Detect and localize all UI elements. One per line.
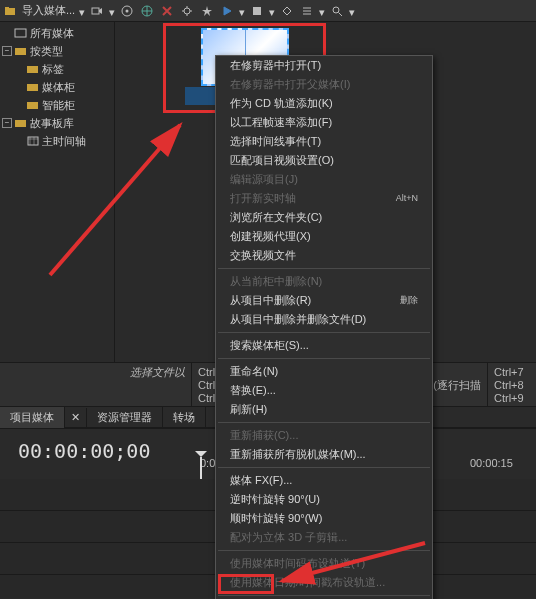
ctx-remove-from-bin: 从当前柜中删除(N) xyxy=(216,272,432,291)
selection-hint: 选择文件以 xyxy=(0,363,192,406)
ctx-media-fx[interactable]: 媒体 FX(F)... xyxy=(216,471,432,490)
svg-rect-14 xyxy=(15,120,26,127)
ctx-open-new-timeline: 打开新实时轴Alt+N xyxy=(216,189,432,208)
shortcut-text: Ctrl+8 xyxy=(494,379,530,392)
stop-icon[interactable] xyxy=(249,3,265,19)
svg-point-8 xyxy=(333,7,339,13)
svg-rect-15 xyxy=(28,137,38,145)
tree-label: 按类型 xyxy=(30,44,63,59)
ctx-rename[interactable]: 重命名(N) xyxy=(216,362,432,381)
main-toolbar: 导入媒体... ▾ ▾ ▾ ▾ ▾ ▾ xyxy=(0,0,536,22)
ctx-remove-from-project[interactable]: 从项目中删除(R)删除 xyxy=(216,291,432,310)
svg-rect-13 xyxy=(27,102,38,109)
tree-item[interactable]: 媒体柜 xyxy=(0,78,114,96)
svg-point-4 xyxy=(126,9,129,12)
svg-rect-11 xyxy=(27,66,38,73)
tree-label: 主时间轴 xyxy=(42,134,86,149)
svg-rect-0 xyxy=(5,8,15,15)
tree-label: 故事板库 xyxy=(30,116,74,131)
ctx-explore-folder[interactable]: 浏览所在文件夹(C) xyxy=(216,208,432,227)
ctx-recapture-offline[interactable]: 重新捕获所有脱机媒体(M)... xyxy=(216,445,432,464)
separator xyxy=(218,268,430,269)
ctx-rotate-ccw[interactable]: 逆时针旋转 90°(U) xyxy=(216,490,432,509)
ctx-pair-stereo3d: 配对为立体 3D 子剪辑... xyxy=(216,528,432,547)
ctx-swap-video-file[interactable]: 交换视频文件 xyxy=(216,246,432,265)
ctx-select-timeline-events[interactable]: 选择时间线事件(T) xyxy=(216,132,432,151)
tab-close-icon[interactable]: ✕ xyxy=(65,408,87,427)
disc-icon[interactable] xyxy=(119,3,135,19)
folder-icon[interactable] xyxy=(2,3,18,19)
ctx-open-trimmer[interactable]: 在修剪器中打开(T) xyxy=(216,56,432,75)
ctx-replace[interactable]: 替换(E)... xyxy=(216,381,432,400)
annotation-box xyxy=(218,574,274,594)
view-list-icon[interactable] xyxy=(299,3,315,19)
search-icon[interactable] xyxy=(329,3,345,19)
svg-rect-7 xyxy=(253,7,261,15)
remove-icon[interactable] xyxy=(159,3,175,19)
dropdown-arrow-icon[interactable]: ▾ xyxy=(79,6,85,16)
ctx-layout-by-timecode: 使用媒体时间码布设轨道(T) xyxy=(216,554,432,573)
separator xyxy=(218,332,430,333)
separator xyxy=(218,595,430,596)
ctx-refresh[interactable]: 刷新(H) xyxy=(216,400,432,419)
context-menu: 在修剪器中打开(T) 在修剪器中打开父媒体(I) 作为 CD 轨道添加(K) 以… xyxy=(215,55,433,599)
tree-item[interactable]: 主时间轴 xyxy=(0,132,114,150)
shortcut-text: Ctrl+7 xyxy=(494,366,530,379)
tree-item[interactable]: −故事板库 xyxy=(0,114,114,132)
svg-point-6 xyxy=(184,8,190,14)
capture-icon[interactable] xyxy=(89,3,105,19)
timecode-display[interactable]: 00:00:00;00 xyxy=(18,439,150,463)
fx-icon[interactable] xyxy=(199,3,215,19)
ctx-create-video-proxy[interactable]: 创建视频代理(X) xyxy=(216,227,432,246)
tree-label: 标签 xyxy=(42,62,64,77)
tree-label: 智能柜 xyxy=(42,98,75,113)
ctx-match-project-video[interactable]: 匹配项目视频设置(O) xyxy=(216,151,432,170)
ctx-edit-source-project: 编辑源项目(J) xyxy=(216,170,432,189)
tree-item[interactable]: 标签 xyxy=(0,60,114,78)
autopreview-icon[interactable] xyxy=(279,3,295,19)
gear-icon[interactable] xyxy=(179,3,195,19)
tree-item[interactable]: 智能柜 xyxy=(0,96,114,114)
tab-transitions[interactable]: 转场 xyxy=(163,407,206,428)
svg-rect-2 xyxy=(92,8,99,14)
tree-label: 所有媒体 xyxy=(30,26,74,41)
ctx-add-project-framerate[interactable]: 以工程帧速率添加(F) xyxy=(216,113,432,132)
separator xyxy=(218,467,430,468)
tab-project-media[interactable]: 项目媒体 xyxy=(0,407,65,428)
separator xyxy=(218,422,430,423)
ctx-rotate-cw[interactable]: 顺时针旋转 90°(W) xyxy=(216,509,432,528)
tree-label: 媒体柜 xyxy=(42,80,75,95)
svg-rect-10 xyxy=(15,48,26,55)
svg-rect-9 xyxy=(15,29,26,37)
shortcut-text: Ctrl+9 xyxy=(494,392,530,405)
tree-item[interactable]: 所有媒体 xyxy=(0,24,114,42)
play-icon[interactable] xyxy=(219,3,235,19)
svg-rect-12 xyxy=(27,84,38,91)
ctx-open-parent-trimmer: 在修剪器中打开父媒体(I) xyxy=(216,75,432,94)
tab-explorer[interactable]: 资源管理器 xyxy=(87,407,163,428)
ctx-recapture: 重新捕获(C)... xyxy=(216,426,432,445)
web-icon[interactable] xyxy=(139,3,155,19)
separator xyxy=(218,550,430,551)
media-tree-sidebar: 所有媒体 −按类型 标签 媒体柜 智能柜 −故事板库 主时间轴 xyxy=(0,22,115,362)
ctx-remove-and-delete[interactable]: 从项目中删除并删除文件(D) xyxy=(216,310,432,329)
separator xyxy=(218,358,430,359)
ctx-search-media-bins[interactable]: 搜索媒体柜(S)... xyxy=(216,336,432,355)
tree-item[interactable]: −按类型 xyxy=(0,42,114,60)
svg-rect-1 xyxy=(5,7,9,9)
ctx-add-cd-track[interactable]: 作为 CD 轨道添加(K) xyxy=(216,94,432,113)
import-media-button[interactable]: 导入媒体... xyxy=(22,3,75,18)
